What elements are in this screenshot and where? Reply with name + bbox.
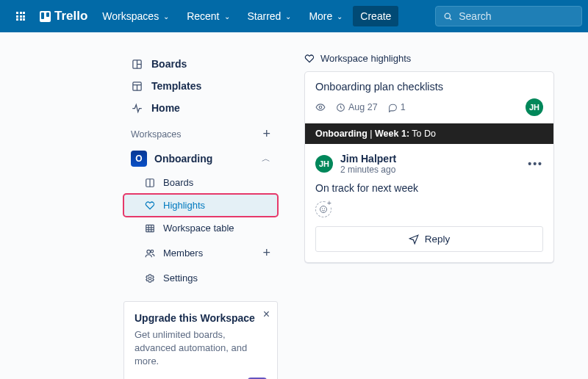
svg-line-1 [450,18,451,19]
heart-icon [144,201,156,211]
comment-count-badge: 1 [388,102,406,112]
author-avatar: JH [315,155,333,173]
sidebar-item-label: Boards [151,58,187,70]
chevron-up-icon: ︿ [262,153,270,165]
search-input[interactable] [459,10,574,22]
brand-logo[interactable]: Trello [38,9,92,24]
svg-point-0 [445,13,450,18]
comment-more-button[interactable]: ••• [528,158,543,170]
workspace-name: Onboarding [154,153,212,165]
sidebar-item-boards[interactable]: Boards [123,53,278,75]
workspace-item-table[interactable]: Workspace table [123,217,278,239]
svg-point-16 [151,250,154,253]
search-icon [443,11,453,22]
card-title: Onboarding plan checklists [315,81,543,93]
board-icon [131,59,143,70]
upgrade-title: Upgrade this Workspace [135,312,267,324]
comment-timestamp: 2 minutes ago [340,165,396,175]
sidebar-item-templates[interactable]: Templates [123,75,278,97]
chevron-down-icon: ⌄ [285,12,291,21]
sidebar-item-label: Settings [163,272,198,284]
sidebar-item-label: Workspace table [163,223,234,234]
members-icon [144,248,156,259]
svg-point-15 [147,250,151,253]
main-layout: Boards Templates Home Workspaces + O Onb… [0,32,588,379]
search-box[interactable] [435,6,582,26]
nav-starred-button[interactable]: Starred⌄ [240,6,299,26]
sidebar-workspaces-header: Workspaces + [123,119,278,146]
chevron-down-icon: ⌄ [224,12,230,21]
apps-grid-icon [13,12,28,21]
sidebar-item-home[interactable]: Home [123,97,278,119]
due-badge: Aug 27 [336,102,378,112]
workspace-toggle[interactable]: O Onboarding ︿ [123,146,278,171]
app-header: Trello Workspaces⌄ Recent⌄ Starred⌄ More… [0,0,588,32]
watch-badge [315,102,326,112]
comment-icon [388,103,398,112]
close-button[interactable]: × [263,308,270,321]
pulse-icon [131,103,143,114]
svg-point-17 [148,277,151,280]
workspace-item-settings[interactable]: Settings [123,267,278,289]
member-avatar: JH [526,98,543,116]
sidebar-item-label: Templates [151,80,201,92]
section-title-label: Workspace highlights [320,53,411,64]
chevron-down-icon: ⌄ [337,12,343,21]
clock-icon [336,103,345,112]
upgrade-description: Get unlimited boards, advanced automatio… [135,328,267,369]
svg-point-21 [320,206,327,213]
sidebar-item-label: Home [151,102,180,114]
reply-button[interactable]: Reply [315,226,543,252]
gear-icon [144,273,156,284]
heart-icon [304,54,315,64]
svg-rect-10 [146,225,154,231]
board-icon [144,178,156,188]
svg-point-22 [322,209,323,209]
eye-icon [315,102,326,112]
comment-author-row: JH Jim Halpert 2 minutes ago ••• [315,153,543,175]
add-workspace-button[interactable]: + [262,126,270,142]
workspace-logo: O [131,151,147,167]
highlight-card: Onboarding plan checklists Aug 27 1 JH O… [304,71,554,263]
workspace-item-boards[interactable]: Boards [123,171,278,194]
smile-icon [319,205,328,214]
nav-workspaces-button[interactable]: Workspaces⌄ [95,6,176,26]
apps-switcher-button[interactable] [6,7,35,25]
comment-text: On track for next week [315,182,543,194]
reply-icon [409,234,419,245]
sidebar-item-label: Members [163,248,203,259]
sidebar: Boards Templates Home Workspaces + O Onb… [123,53,278,379]
brand-name: Trello [54,9,87,24]
nav-recent-button[interactable]: Recent⌄ [179,6,237,26]
svg-marker-24 [409,235,418,244]
add-member-button[interactable]: + [262,245,270,261]
table-icon [144,223,156,234]
nav-more-button[interactable]: More⌄ [301,6,350,26]
card-location-bar[interactable]: Onboarding | Week 1: To Do [305,123,553,144]
author-name: Jim Halpert [340,153,396,165]
content-area: Workspace highlights Onboarding plan che… [304,53,554,379]
workspace-item-highlights[interactable]: Highlights [123,194,278,217]
sidebar-item-label: Highlights [163,200,205,211]
workspace-item-members[interactable]: Members + [123,239,278,267]
svg-point-23 [324,209,325,209]
template-icon [131,81,143,92]
card-meta: Aug 27 1 JH [315,98,543,116]
chevron-down-icon: ⌄ [163,12,169,21]
sidebar-section-label: Workspaces [131,129,182,140]
svg-point-19 [319,106,322,109]
trello-logo-icon [40,11,51,22]
upgrade-promo: × Upgrade this Workspace Get unlimited b… [123,301,278,379]
sidebar-item-label: Boards [163,177,193,188]
card-link[interactable]: Onboarding plan checklists Aug 27 1 JH [305,72,553,123]
create-button[interactable]: Create [353,6,398,26]
section-title: Workspace highlights [304,53,554,64]
add-reaction-button[interactable] [315,201,331,217]
